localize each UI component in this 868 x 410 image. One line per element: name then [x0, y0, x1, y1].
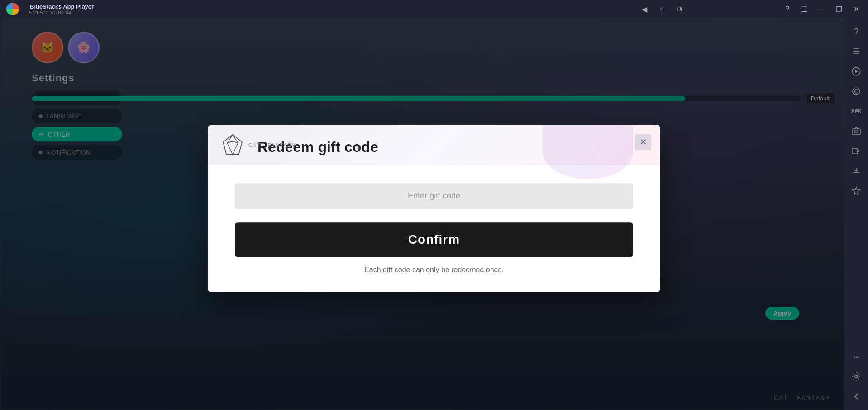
- home-nav-button[interactable]: ⌂: [653, 2, 670, 16]
- confirm-button[interactable]: Confirm: [235, 222, 633, 257]
- right-sidebar: ? ☰ APK ···: [844, 18, 868, 410]
- app-logo: [4, 0, 22, 18]
- svg-point-5: [855, 130, 858, 133]
- sidebar-apk-button[interactable]: APK: [847, 102, 865, 120]
- svg-point-3: [854, 90, 858, 93]
- redeem-note: Each gift code can only be redeemed once…: [235, 266, 633, 274]
- minimize-button[interactable]: —: [814, 2, 830, 16]
- sidebar-settings-button[interactable]: [847, 368, 865, 386]
- app-title: BlueStacks App Player: [30, 3, 94, 10]
- sidebar-camera-button[interactable]: [847, 122, 865, 140]
- dialog-body: Confirm Each gift code can only be redee…: [208, 165, 660, 292]
- svg-marker-12: [227, 135, 238, 143]
- tabs-nav-button[interactable]: ⧉: [671, 2, 687, 16]
- logo-diamond: [221, 134, 244, 156]
- svg-rect-8: [853, 172, 859, 173]
- logo-text: CAT · FANTASY: [248, 142, 296, 148]
- help-button[interactable]: ?: [779, 2, 796, 16]
- maximize-button[interactable]: ❐: [831, 2, 847, 16]
- svg-marker-11: [223, 135, 242, 155]
- app-version: 5.21.500.1070 P64: [29, 10, 94, 15]
- gift-code-input[interactable]: [235, 183, 633, 209]
- dialog-close-button[interactable]: ✕: [635, 134, 651, 150]
- sidebar-menu-button[interactable]: ☰: [847, 42, 865, 61]
- svg-point-10: [855, 375, 858, 378]
- svg-point-2: [853, 88, 860, 95]
- redeem-dialog: CAT · FANTASY Redeem gift code ✕ Confirm…: [208, 125, 660, 292]
- window-controls: ◀ ⌂ ⧉ ? ☰ — ❐ ✕: [636, 2, 864, 16]
- titlebar: BlueStacks App Player 5.21.500.1070 P64 …: [0, 0, 868, 18]
- sidebar-back-button[interactable]: [847, 387, 865, 405]
- sidebar-more-button[interactable]: ···: [847, 348, 865, 366]
- sidebar-record-button[interactable]: [847, 142, 865, 160]
- hamburger-button[interactable]: ☰: [796, 2, 813, 16]
- sidebar-screenshot-button[interactable]: [847, 82, 865, 100]
- sidebar-video-button[interactable]: [847, 62, 865, 80]
- close-button[interactable]: ✕: [848, 2, 864, 16]
- back-nav-button[interactable]: ◀: [636, 2, 653, 16]
- sidebar-import-button[interactable]: [847, 162, 865, 180]
- sidebar-macro-button[interactable]: [847, 182, 865, 200]
- svg-marker-7: [858, 150, 860, 152]
- dialog-header: CAT · FANTASY Redeem gift code ✕: [208, 125, 660, 165]
- svg-marker-1: [855, 70, 858, 73]
- sidebar-help-button[interactable]: ?: [847, 23, 865, 41]
- svg-rect-6: [852, 148, 858, 154]
- dialog-logo: CAT · FANTASY: [221, 134, 296, 156]
- svg-marker-13: [227, 141, 238, 154]
- svg-marker-9: [852, 187, 860, 195]
- logo-circle: [6, 3, 19, 15]
- dialog-title: Redeem gift code: [258, 138, 642, 156]
